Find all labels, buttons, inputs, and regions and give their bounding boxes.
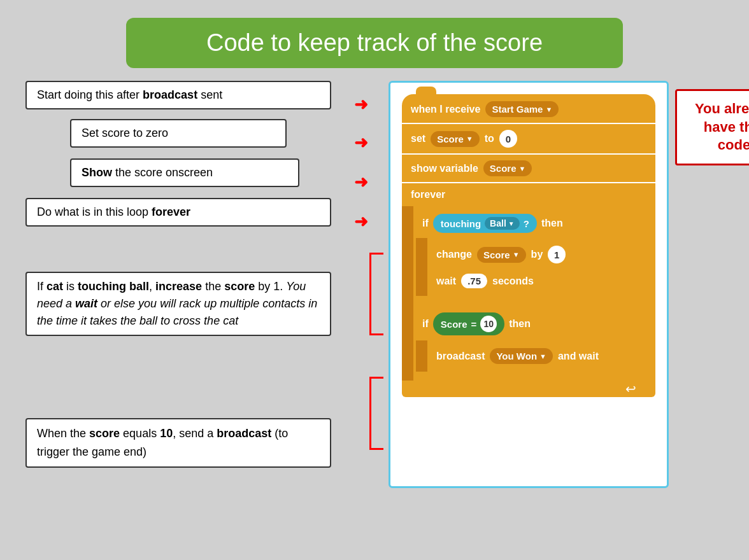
forever-header: forever bbox=[402, 183, 655, 206]
label-broadcast-end: When the score equals 10, send a broadca… bbox=[25, 418, 331, 468]
arrow-4: ➜ bbox=[354, 212, 368, 232]
wait-val-pill: .75 bbox=[461, 274, 487, 288]
labels-column: Start doing this after broadcast sent Se… bbox=[13, 81, 389, 494]
score-pill-3: Score ▼ bbox=[477, 247, 526, 263]
broadcast-block: broadcast You Won ▼ and wait bbox=[430, 343, 650, 369]
already-have-box: You already have this code bbox=[675, 89, 749, 165]
bracket-touching bbox=[369, 253, 383, 335]
show-variable-block: show variable Score ▼ bbox=[402, 155, 655, 182]
label-show-score: Show the score onscreen bbox=[70, 158, 299, 187]
bracket-score bbox=[369, 377, 383, 450]
then-label-2: then bbox=[509, 318, 531, 330]
label-set-score: Set score to zero bbox=[70, 119, 287, 148]
score-pill-2: Score ▼ bbox=[483, 160, 532, 176]
title-bar: Code to keep track of the score bbox=[126, 18, 623, 68]
change-score-block: change Score ▼ by 1 bbox=[430, 241, 650, 269]
if-score-block: if Score = 10 then bbox=[416, 307, 653, 378]
already-have-text: You already have this code bbox=[687, 100, 749, 155]
when-receive-label: when I receive bbox=[411, 104, 480, 115]
forever-footer: ↩ bbox=[402, 381, 655, 397]
you-won-pill: You Won ▼ bbox=[490, 348, 553, 364]
show-variable-label: show variable bbox=[411, 163, 478, 174]
label-touching-ball: If cat is touching ball, increase the sc… bbox=[25, 272, 331, 336]
touching-ball-pill: touching Ball ▼ ? bbox=[433, 214, 537, 233]
ten-circle: 10 bbox=[480, 316, 497, 332]
start-game-pill: Start Game ▼ bbox=[485, 101, 559, 117]
then-label-1: then bbox=[541, 218, 563, 229]
one-circle: 1 bbox=[548, 246, 566, 263]
set-score-block: set Score ▼ to 0 bbox=[402, 124, 655, 153]
arrow-3: ➜ bbox=[354, 172, 368, 192]
set-label: set bbox=[411, 133, 425, 144]
zero-circle: 0 bbox=[499, 130, 517, 148]
label-forever: Do what is in this loop forever bbox=[25, 198, 331, 227]
when-receive-block: when I receive Start Game ▼ bbox=[402, 94, 655, 123]
score-pill: Score ▼ bbox=[431, 131, 480, 147]
page-title: Code to keep track of the score bbox=[145, 29, 604, 57]
arrow-1: ➜ bbox=[354, 95, 368, 115]
wait-block: wait .75 seconds bbox=[430, 269, 650, 293]
if-touching-block: if touching Ball ▼ ? then bbox=[416, 209, 653, 302]
forever-block-wrapper: forever if touching Ball ▼ bbox=[402, 183, 655, 397]
code-blocks-column: You already have this code when I receiv… bbox=[389, 81, 669, 494]
to-label: to bbox=[485, 133, 494, 144]
score-equals-pill: Score = 10 bbox=[433, 312, 504, 335]
arrow-2: ➜ bbox=[354, 133, 368, 153]
label-broadcast: Start doing this after broadcast sent bbox=[25, 81, 331, 109]
